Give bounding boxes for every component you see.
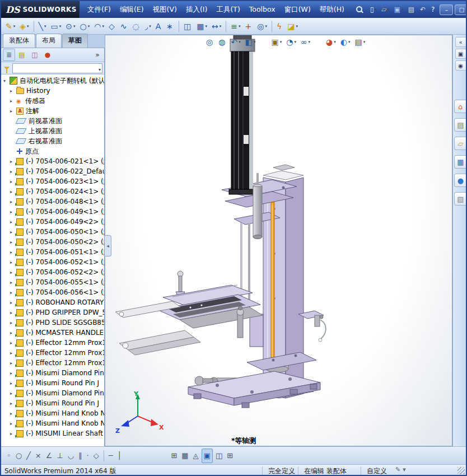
tab-sketch[interactable]: 草图 — [62, 34, 88, 48]
filter-input[interactable] — [12, 63, 102, 73]
view-palette-icon[interactable]: ▦ — [454, 155, 467, 169]
menu-item[interactable]: 视图(V) — [148, 3, 181, 16]
two-view-icon[interactable]: ◫ — [214, 449, 224, 463]
snap-tangent-icon[interactable]: ◡ — [66, 449, 76, 463]
displaymanager-tab-icon[interactable]: ● — [41, 49, 54, 61]
status-dropdown-icon[interactable]: ▾ — [403, 466, 406, 473]
expand-arrow-icon[interactable] — [10, 88, 16, 94]
menu-item[interactable]: 编辑(E) — [115, 3, 148, 16]
instant3d-icon[interactable]: ◪▾ — [286, 20, 300, 33]
tree-part-row[interactable]: (-) 7054-006-050<1> (默 — [1, 227, 104, 237]
menu-item[interactable]: 文件(F) — [83, 3, 115, 16]
tree-part-row[interactable]: (-) 7054-006-024<1> (默 — [1, 186, 104, 197]
tree-part-row[interactable]: (-) Misumi Round Pin J — [1, 398, 104, 408]
tree-part-row[interactable]: (-) 7054-006-055<1> (默 — [1, 277, 104, 287]
text-icon[interactable]: A — [154, 20, 164, 33]
arc-icon[interactable]: ◠▾ — [92, 20, 106, 33]
snap-horizontal-icon[interactable]: ─ — [107, 449, 115, 463]
collapse-arrow-icon[interactable] — [3, 78, 9, 83]
undo-icon[interactable]: ↶ — [418, 4, 428, 15]
quick-snaps-icon[interactable]: ◎▾ — [255, 20, 269, 33]
snap-parallel-icon[interactable]: ∥ — [77, 449, 84, 463]
menu-item[interactable]: 工具(T) — [212, 3, 244, 16]
tree-part-row[interactable]: (-) 7054-006-048<1> (默 — [1, 197, 104, 207]
display-delete-relations-icon[interactable]: ≡▾ — [229, 20, 242, 33]
expand-arrow-icon[interactable] — [10, 99, 16, 104]
tree-annotations-row[interactable]: 注解 — [1, 106, 104, 116]
filter-funnel-icon[interactable] — [4, 67, 10, 70]
appearances-icon[interactable]: ● — [454, 174, 467, 187]
snap-point-icon[interactable]: ○ — [14, 449, 24, 463]
expand-arrow-icon[interactable] — [10, 109, 16, 114]
tree-part-row[interactable]: (-) 7054-006-023<1> (默 — [1, 176, 104, 186]
tab-layout[interactable]: 布局 — [36, 34, 62, 48]
propertymanager-tab-icon[interactable]: ▤ — [16, 49, 28, 61]
line-icon[interactable]: ╲▾ — [37, 20, 48, 33]
tree-part-row[interactable]: (-) 7054-006-056<1> (默 — [1, 287, 104, 297]
isometric-grid-icon[interactable]: ◬ — [192, 449, 200, 463]
resize-grip[interactable] — [457, 467, 465, 474]
maximize-button[interactable]: □ — [455, 4, 467, 15]
polygon-icon[interactable]: ◇ — [107, 20, 118, 33]
tree-part-row[interactable]: (-) 7054-006-049<1> (默 — [1, 207, 104, 217]
view-settings-icon[interactable]: ▤▾ — [353, 36, 367, 48]
tab-assembly[interactable]: 装配体 — [3, 34, 35, 48]
rapid-sketch-icon[interactable]: ϟ — [275, 20, 284, 33]
tree-sensors-row[interactable]: 传感器 — [1, 96, 104, 106]
single-view-icon[interactable]: ▣ — [202, 449, 213, 463]
filter-dropdown-icon[interactable] — [99, 63, 102, 73]
panel-overflow-icon[interactable]: » — [93, 49, 102, 61]
pattern-view-icon[interactable]: ▦ — [180, 449, 190, 463]
tree-part-row[interactable]: (-) MISUMI Linear Shaft — [1, 428, 104, 438]
tree-part-row[interactable]: (-) Effector 12mm Prox1 — [1, 358, 104, 368]
tree-part-row[interactable]: (-) Misumi Hand Knob NK — [1, 408, 104, 418]
snap-midpoint-icon[interactable]: · — [85, 449, 91, 463]
menu-item[interactable]: Toolbox — [245, 3, 280, 16]
spline-icon[interactable]: ∿ — [119, 20, 130, 33]
smart-dimension-icon[interactable]: ◈▾ — [18, 20, 30, 33]
previous-view-icon[interactable]: ↶▾ — [229, 36, 242, 48]
design-library-icon[interactable]: ▤ — [454, 118, 467, 132]
linear-pattern-icon[interactable]: ▦▾ — [195, 20, 209, 33]
tree-part-row[interactable]: (-) PHD GRIPPER DPW_500 — [1, 307, 104, 318]
tree-top-plane-row[interactable]: 上视基准面 — [1, 126, 104, 136]
rectangle-icon[interactable]: ▭▾ — [49, 20, 63, 33]
featuremanager-tab-icon[interactable]: ≣ — [3, 49, 15, 61]
tree-part-row[interactable]: (-) 7054-006-049<2> (默 — [1, 217, 104, 227]
snap-vertical-icon[interactable]: │ — [116, 449, 124, 463]
grid-settings-icon[interactable]: ⊞ — [169, 449, 179, 463]
slot-icon[interactable]: ⊙▾ — [64, 20, 77, 33]
tree-part-row[interactable]: (-) Effector 12mm Prox1 — [1, 338, 104, 348]
tree-part-row[interactable]: (-) 7054-006-050<2> (默 — [1, 237, 104, 247]
collapse-taskpane-icon[interactable]: « — [455, 37, 466, 47]
snap-select-icon[interactable]: ◦ — [5, 449, 13, 463]
tree-part-row[interactable]: (-) Effector 12mm Prox1 — [1, 348, 104, 358]
tree-history-row[interactable]: History — [1, 86, 104, 96]
ellipse-icon[interactable]: ◌ — [130, 20, 142, 33]
snap-quadrant-icon[interactable]: ◇ — [92, 449, 101, 463]
zoom-fit-icon[interactable]: ◎ — [204, 36, 216, 48]
taskpane-pin-icon[interactable]: ◉ — [455, 60, 466, 71]
graphics-area[interactable]: Y X Z ◎◍↶▾◧▾▣▾◔▾∞▾◕▾◐▾▤▾ *等轴测 — [105, 35, 452, 446]
tree-part-row[interactable]: (-) Misumi Hand Knob NK — [1, 418, 104, 428]
tree-part-row[interactable]: (-) 7054-006-022_Defaul — [1, 166, 104, 176]
resources-home-icon[interactable]: ⌂ — [454, 100, 467, 113]
tree-part-row[interactable]: (-) 7054-006-021<1> (默 — [1, 156, 104, 166]
panel-splitter-handle[interactable] — [105, 235, 111, 256]
tree-part-row[interactable]: (-) ROBOHAND ROTARY ACT — [1, 297, 104, 307]
configurationmanager-tab-icon[interactable]: ◫ — [29, 49, 41, 61]
search-icon[interactable] — [356, 6, 363, 13]
four-view-icon[interactable]: ⊞ — [225, 449, 235, 463]
view-orientation-icon[interactable]: ▣▾ — [269, 36, 283, 48]
taskpane-window-icon[interactable]: ▣ — [455, 49, 466, 59]
circle-icon[interactable]: ○▾ — [78, 20, 92, 33]
display-style-icon[interactable]: ◔▾ — [284, 36, 298, 48]
hide-show-items-icon[interactable]: ∞▾ — [299, 36, 312, 48]
custom-properties-icon[interactable]: ▧ — [454, 192, 467, 206]
mirror-entities-icon[interactable]: ◫ — [182, 20, 194, 33]
sketch-icon[interactable]: ✎▾ — [4, 20, 17, 33]
tree-origin-row[interactable]: 原点 — [1, 146, 104, 156]
tree-part-row[interactable]: (-) PHD SLIDE SGSGB85x4 — [1, 318, 104, 328]
edit-appearance-icon[interactable]: ◕▾ — [324, 36, 338, 48]
tree-front-plane-row[interactable]: 前视基准面 — [1, 116, 104, 126]
